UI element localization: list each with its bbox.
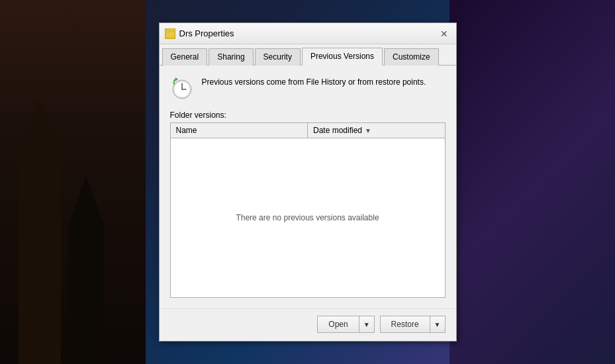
col-date-label: Date modified bbox=[313, 126, 362, 135]
open-button[interactable]: Open bbox=[317, 316, 359, 333]
tab-general[interactable]: General bbox=[162, 48, 208, 66]
folder-versions-label: Folder versions: bbox=[170, 111, 446, 120]
tab-sharing[interactable]: Sharing bbox=[209, 48, 253, 66]
restore-split-button: Restore ▼ bbox=[380, 316, 446, 333]
tab-security[interactable]: Security bbox=[255, 48, 301, 66]
info-row: Previous versions come from File History… bbox=[170, 76, 446, 100]
open-dropdown-button[interactable]: ▼ bbox=[359, 316, 375, 333]
title-bar-left: Drs Properties bbox=[165, 28, 234, 39]
versions-table: Name Date modified ▼ There are no previo… bbox=[170, 122, 446, 298]
info-text: Previous versions come from File History… bbox=[202, 76, 426, 88]
tab-previous-versions[interactable]: Previous Versions bbox=[302, 48, 383, 66]
title-bar: Drs Properties ✕ bbox=[160, 23, 456, 44]
col-name-header[interactable]: Name bbox=[171, 123, 308, 138]
table-body: There are no previous versions available bbox=[171, 138, 445, 297]
dialog-container: Drs Properties ✕ General Sharing Securit… bbox=[159, 23, 457, 341]
tab-customize[interactable]: Customize bbox=[384, 48, 439, 66]
no-versions-message: There are no previous versions available bbox=[236, 213, 379, 222]
dialog-title: Drs Properties bbox=[179, 28, 234, 38]
history-icon bbox=[170, 76, 194, 100]
folder-icon bbox=[165, 28, 175, 39]
background-right bbox=[449, 0, 615, 364]
sort-arrow-icon: ▼ bbox=[365, 127, 371, 134]
col-date-header[interactable]: Date modified ▼ bbox=[308, 123, 445, 138]
svg-rect-1 bbox=[166, 30, 169, 32]
open-split-button: Open ▼ bbox=[317, 316, 374, 333]
properties-dialog: Drs Properties ✕ General Sharing Securit… bbox=[159, 23, 457, 341]
close-button[interactable]: ✕ bbox=[438, 27, 451, 40]
restore-button[interactable]: Restore bbox=[380, 316, 430, 333]
svg-marker-6 bbox=[175, 77, 178, 81]
table-header: Name Date modified ▼ bbox=[171, 123, 445, 138]
button-bar: Open ▼ Restore ▼ bbox=[160, 308, 456, 341]
background-left bbox=[0, 0, 146, 364]
tab-bar: General Sharing Security Previous Versio… bbox=[160, 44, 456, 66]
restore-dropdown-button[interactable]: ▼ bbox=[430, 316, 446, 333]
dialog-content: Previous versions come from File History… bbox=[160, 66, 456, 308]
